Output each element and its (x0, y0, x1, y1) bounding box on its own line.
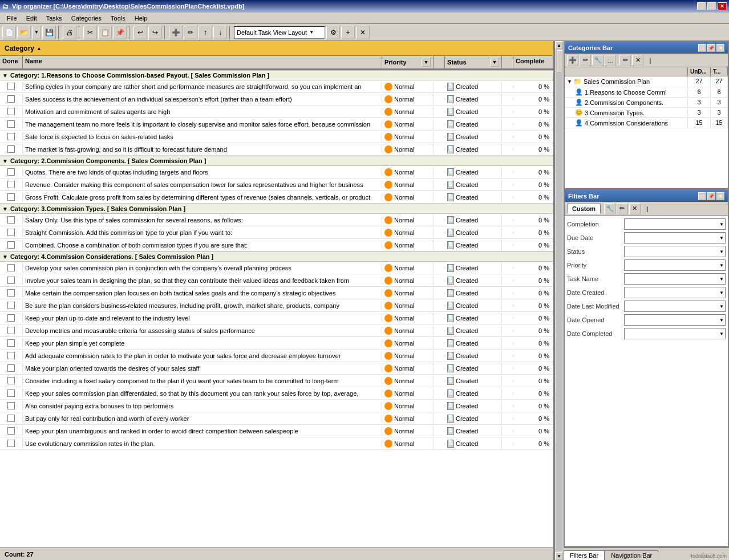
cats-tools[interactable]: 🔧 (592, 55, 604, 66)
task-checkbox[interactable] (7, 145, 15, 153)
filter-field-dropdown[interactable]: ▼ (624, 328, 726, 339)
copy-button[interactable]: 📋 (98, 26, 112, 39)
task-row[interactable]: The management team no more feels it is … (0, 118, 553, 131)
task-checkbox[interactable] (7, 352, 15, 359)
filter-edit-btn[interactable]: ✏ (617, 203, 628, 214)
task-row[interactable]: Use evolutionary commission rates in the… (0, 437, 553, 450)
cats-del[interactable]: ✕ (632, 55, 643, 66)
task-checkbox[interactable] (7, 415, 15, 422)
task-checkbox[interactable] (7, 241, 15, 249)
cats-child-item[interactable]: 👤 4.Commission Considerations 15 15 (565, 118, 728, 128)
expand-cat2[interactable]: ▼ (2, 158, 8, 164)
filter-field-dropdown[interactable]: ▼ (624, 287, 726, 298)
scroll-down[interactable]: ▼ (555, 552, 563, 560)
task-checkbox[interactable] (7, 95, 15, 103)
cats-edit[interactable]: ✏ (580, 55, 591, 66)
task-row[interactable]: Gross Profit. Calculate gross profit fro… (0, 191, 553, 204)
filter-add-btn[interactable]: 🔧 (604, 203, 615, 214)
task-checkbox[interactable] (7, 216, 15, 224)
scroll-thumb[interactable] (557, 50, 562, 73)
filter-field-dropdown[interactable]: ▼ (624, 314, 726, 326)
task-row[interactable]: Straight Commission. Add this commission… (0, 226, 553, 239)
menu-edit[interactable]: Edit (22, 14, 42, 23)
filter-field-dropdown[interactable]: ▼ (624, 232, 726, 244)
task-row[interactable]: Also consider paying extra bonuses to to… (0, 400, 553, 412)
task-checkbox[interactable] (7, 83, 15, 90)
category-row-1[interactable]: ▼ Category: 1.Reasons to Choose Commissi… (0, 70, 553, 80)
cats-child-item[interactable]: 😊 3.Commission Types. 3 3 (565, 108, 728, 118)
cats-child-item[interactable]: 👤 1.Reasons to Choose Commi 6 6 (565, 87, 728, 98)
cats-root[interactable]: ▼ 📁 Sales Commission Plan 27 27 (565, 76, 728, 87)
task-row[interactable]: Develop metrics and measurable criteria … (0, 324, 553, 337)
task-row[interactable]: Motivation and commitment of sales agent… (0, 105, 553, 118)
filters-restore-btn[interactable]: □ (698, 192, 706, 200)
filter-field-dropdown[interactable]: ▼ (624, 301, 726, 312)
maximize-button[interactable]: □ (707, 2, 716, 10)
task-row[interactable]: Make your plan oriented towards the desi… (0, 362, 553, 375)
task-row[interactable]: Revenue. Consider making this component … (0, 178, 553, 191)
filters-pin-btn[interactable]: 📌 (707, 192, 715, 200)
cut-button[interactable]: ✂ (83, 26, 97, 39)
filter-field-dropdown[interactable]: ▼ (624, 259, 726, 271)
task-row[interactable]: Add adequate commission rates to the pla… (0, 350, 553, 362)
task-checkbox[interactable] (7, 133, 15, 140)
cats-child-item[interactable]: 👤 2.Commission Components. 3 3 (565, 98, 728, 108)
expand-cat1[interactable]: ▼ (2, 72, 8, 79)
task-row[interactable]: Combined. Choose a combination of both c… (0, 239, 553, 251)
move-up-button[interactable]: ↑ (199, 26, 212, 39)
task-checkbox[interactable] (7, 229, 15, 236)
task-checkbox[interactable] (7, 314, 15, 322)
cats-root-expand[interactable]: ▼ (567, 79, 572, 84)
task-checkbox[interactable] (7, 264, 15, 271)
task-checkbox[interactable] (7, 440, 15, 447)
task-row[interactable]: Quotas. There are two kinds of quotas in… (0, 166, 553, 178)
task-row[interactable]: Sales success is the achievement of an i… (0, 93, 553, 105)
category-row-2[interactable]: ▼ Category: 2.Commission Components. [ S… (0, 156, 553, 166)
task-row[interactable]: Keep your plan simple yet complete Norma… (0, 337, 553, 350)
filter-field-dropdown[interactable]: ▼ (624, 218, 726, 230)
task-row[interactable]: Keep your plan up-to-date and relevant t… (0, 312, 553, 324)
task-row[interactable]: Consider including a fixed salary compon… (0, 375, 553, 387)
new-button[interactable]: 📄 (2, 26, 16, 39)
category-row-4[interactable]: ▼ Category: 4.Commission Considerations.… (0, 251, 553, 262)
cats-add[interactable]: ➕ (567, 55, 578, 66)
task-row[interactable]: Be sure the plan considers business-rela… (0, 299, 553, 312)
task-checkbox[interactable] (7, 327, 15, 334)
open-button[interactable]: 📂 (17, 26, 31, 39)
menu-tools[interactable]: Tools (106, 14, 130, 23)
layout-dropdown[interactable]: Default Task View Layout ▼ (234, 26, 325, 39)
category-row-3[interactable]: ▼ Category: 3.Commission Types. [ Sales … (0, 204, 553, 214)
filter-tab-custom[interactable]: Custom (567, 204, 601, 214)
layout-remove[interactable]: ✕ (356, 26, 370, 39)
task-checkbox[interactable] (7, 302, 15, 309)
task-checkbox[interactable] (7, 377, 15, 384)
paste-button[interactable]: 📌 (113, 26, 127, 39)
tab-navigation[interactable]: Navigation Bar (605, 550, 658, 560)
panel-close-btn[interactable]: ✕ (716, 44, 724, 52)
menu-categories[interactable]: Categories (67, 14, 106, 23)
scroll-up[interactable]: ▲ (555, 41, 563, 49)
task-checkbox[interactable] (7, 289, 15, 297)
filter-del-btn[interactable]: ✕ (629, 203, 641, 214)
status-filter-btn[interactable]: ▼ (490, 58, 499, 67)
menu-help[interactable]: Help (130, 14, 152, 23)
filter-field-dropdown[interactable]: ▼ (624, 246, 726, 257)
task-checkbox[interactable] (7, 120, 15, 128)
task-row[interactable]: The market is fast-growing, and so it is… (0, 143, 553, 156)
layout-options[interactable]: ⚙ (326, 26, 340, 39)
expand-cat3[interactable]: ▼ (2, 206, 8, 212)
panel-restore-btn[interactable]: □ (698, 44, 706, 52)
task-checkbox[interactable] (7, 181, 15, 188)
cats-more[interactable]: … (605, 55, 616, 66)
task-checkbox[interactable] (7, 364, 15, 372)
menu-tasks[interactable]: Tasks (42, 14, 67, 23)
task-row[interactable]: Salary Only. Use this type of sales comm… (0, 214, 553, 226)
task-checkbox[interactable] (7, 193, 15, 201)
main-scrollbar[interactable]: ▲ ▼ (554, 41, 564, 560)
task-row[interactable]: Sale force is expected to focus on sales… (0, 131, 553, 143)
task-checkbox[interactable] (7, 339, 15, 347)
task-checkbox[interactable] (7, 277, 15, 284)
menu-file[interactable]: File (2, 14, 22, 23)
task-row[interactable]: Keep your plan unambiguous and ranked in… (0, 425, 553, 437)
close-button[interactable]: ✕ (718, 2, 727, 10)
